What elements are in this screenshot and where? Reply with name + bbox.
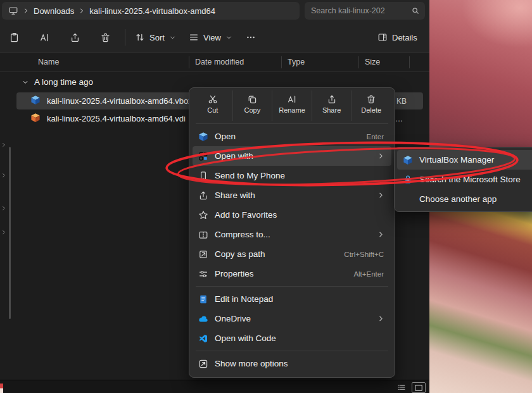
file-name: kali-linux-2025.4-virtualbox-amd64.vbox — [47, 96, 193, 106]
properties-icon — [198, 269, 215, 279]
window-chrome: Downloads kali-linux-2025.4-virtualbox-a… — [0, 0, 429, 53]
breadcrumb-chevron-icon — [78, 7, 86, 15]
menu-item-label: Properties — [215, 269, 353, 278]
column-type[interactable]: Type — [288, 58, 305, 66]
menu-item-share-with[interactable]: Share with — [193, 185, 391, 205]
rename-button[interactable] — [34, 27, 55, 48]
menu-item-label: Open with — [215, 151, 377, 161]
breadcrumb-chevron-icon — [22, 7, 30, 15]
phone-icon — [198, 171, 215, 181]
view-button[interactable]: View — [184, 27, 238, 48]
menu-item-shortcut: Alt+Enter — [353, 270, 384, 278]
menu-item-shortcut: Ctrl+Shift+C — [344, 251, 384, 258]
column-name[interactable]: Name — [38, 58, 59, 66]
search-input[interactable] — [310, 6, 411, 16]
column-size[interactable]: Size — [365, 58, 380, 66]
submenu-item-virtualbox-manager[interactable]: VirtualBox Manager — [397, 150, 532, 170]
menu-item-label: Compress to... — [215, 230, 377, 239]
open-with-submenu: VirtualBox Manager Search the Microsoft … — [394, 147, 532, 212]
cut-icon — [208, 94, 218, 104]
menu-item-label: Send to My Phone — [215, 171, 385, 180]
menu-item-compress-to[interactable]: Compress to... — [193, 225, 391, 244]
notepad-icon — [198, 294, 215, 304]
submenu-chevron-icon — [377, 152, 385, 160]
vscode-icon — [198, 334, 215, 344]
screen: Downloads kali-linux-2025.4-virtualbox-a… — [0, 0, 532, 393]
column-divider[interactable] — [409, 56, 410, 68]
group-label: A long time ago — [34, 77, 93, 87]
copy-icon — [247, 94, 257, 104]
menu-item-add-to-favorites[interactable]: Add to Favorites — [193, 205, 391, 225]
quick-share-button[interactable]: Share — [312, 90, 352, 121]
quick-cut-button[interactable]: Cut — [193, 90, 232, 121]
address-bar[interactable]: Downloads kali-linux-2025.4-virtualbox-a… — [2, 2, 300, 20]
menu-item-open-with[interactable]: Open with — [193, 146, 391, 166]
breadcrumb-downloads[interactable]: Downloads — [34, 6, 74, 16]
rename-icon — [39, 32, 50, 43]
submenu-item-label: Search the Microsoft Store — [419, 175, 528, 184]
menu-item-label: Show more options — [215, 359, 385, 368]
virtualbox-icon — [198, 132, 215, 142]
compress-icon — [198, 230, 215, 240]
quick-delete-button[interactable]: Delete — [351, 90, 391, 121]
status-bar — [0, 380, 429, 393]
virtualbox-icon — [403, 155, 419, 165]
quick-action-label: Copy — [244, 106, 261, 114]
this-pc-icon — [8, 6, 18, 16]
group-header[interactable]: A long time ago — [22, 77, 93, 87]
submenu-item-microsoft-store[interactable]: Search the Microsoft Store — [397, 170, 532, 189]
share-icon — [198, 190, 215, 201]
nav-pane-chevron-icon[interactable] — [1, 170, 7, 181]
see-more-button[interactable] — [241, 27, 261, 48]
menu-item-edit-in-notepad[interactable]: Edit in Notepad — [193, 289, 391, 309]
rename-icon — [287, 94, 297, 104]
column-date-modified[interactable]: Date modified — [195, 58, 244, 66]
column-divider[interactable] — [281, 56, 282, 68]
chevron-down-icon — [169, 34, 176, 41]
menu-item-copy-as-path[interactable]: Copy as path Ctrl+Shift+C — [193, 244, 391, 264]
view-label: View — [203, 33, 221, 42]
command-bar: Sort View Details — [0, 22, 429, 53]
copy-as-path-icon — [198, 249, 215, 259]
menu-item-open[interactable]: Open Enter — [193, 127, 391, 146]
trash-icon — [100, 32, 111, 43]
menu-item-label: Share with — [215, 190, 377, 200]
nav-pane-chevron-icon[interactable] — [1, 227, 7, 238]
quick-action-label: Delete — [361, 106, 381, 114]
nav-pane-scrollbar[interactable] — [9, 147, 11, 319]
details-pane-icon — [377, 32, 388, 42]
column-divider[interactable] — [358, 56, 359, 68]
nav-pane-chevron-icon[interactable] — [1, 139, 7, 151]
quick-rename-button[interactable]: Rename — [272, 90, 312, 121]
share-button[interactable] — [65, 27, 86, 48]
paste-icon — [9, 32, 20, 43]
details-view-toggle[interactable] — [395, 382, 408, 392]
file-name: kali-linux-2025.4-virtualbox-amd64.vdi — [47, 114, 186, 123]
toolbar-divider — [125, 29, 125, 46]
nav-pane-chevron-icon[interactable] — [1, 203, 7, 214]
context-menu: Cut Copy Rename Share Delete Open Enter … — [189, 87, 395, 378]
menu-item-label: Open with Code — [215, 334, 385, 343]
sort-button[interactable]: Sort — [130, 27, 181, 48]
menu-item-label: Open — [215, 132, 367, 141]
search-box[interactable] — [305, 2, 425, 20]
column-divider[interactable] — [189, 56, 189, 68]
thumbnail-view-toggle[interactable] — [412, 382, 426, 393]
submenu-chevron-icon — [377, 230, 385, 239]
delete-button[interactable] — [95, 27, 116, 48]
paste-button[interactable] — [4, 27, 25, 48]
menu-item-send-to-my-phone[interactable]: Send to My Phone — [193, 166, 391, 185]
details-label: Details — [392, 33, 417, 42]
share-icon — [70, 32, 80, 43]
menu-item-open-with-code[interactable]: Open with Code — [193, 328, 391, 348]
menu-item-onedrive[interactable]: OneDrive — [193, 309, 391, 328]
group-collapse-chevron-icon[interactable] — [22, 78, 29, 86]
quick-copy-button[interactable]: Copy — [232, 90, 272, 121]
menu-item-properties[interactable]: Properties Alt+Enter — [193, 264, 391, 284]
breadcrumb-current-folder[interactable]: kali-linux-2025.4-virtualbox-amd64 — [89, 6, 215, 16]
menu-item-show-more-options[interactable]: Show more options — [193, 354, 391, 373]
ellipsis-icon — [246, 32, 256, 42]
details-pane-button[interactable]: Details — [372, 27, 422, 48]
quick-action-label: Rename — [279, 106, 305, 114]
submenu-item-choose-another-app[interactable]: Choose another app — [397, 189, 532, 209]
